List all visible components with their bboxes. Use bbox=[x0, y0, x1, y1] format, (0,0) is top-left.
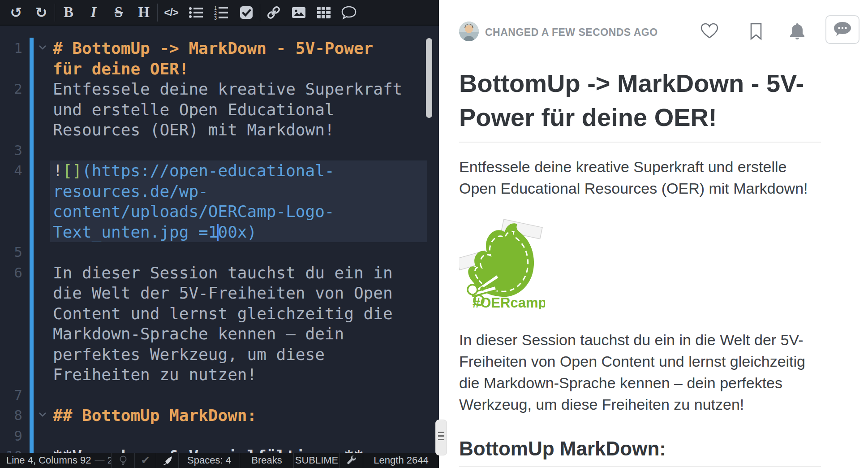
line-number: 7 bbox=[0, 385, 22, 406]
undo-button[interactable]: ↺ bbox=[4, 2, 29, 23]
editor-line-row: Text_unten.jpg =100x) bbox=[0, 222, 439, 243]
status-bar: Line 4, Columns 92 — 21 ✔ Spaces: 4 Brea… bbox=[0, 453, 439, 468]
editor-line-row: 2Entfessele deine kreative Superkraft bbox=[0, 79, 439, 100]
editor-line-row: resources.de/wp- bbox=[0, 181, 439, 202]
toolbar-separator bbox=[157, 4, 158, 22]
theme-brush-button[interactable] bbox=[156, 453, 179, 468]
table-button[interactable] bbox=[311, 2, 336, 23]
lightbulb-button[interactable] bbox=[112, 453, 135, 468]
image-button[interactable] bbox=[286, 2, 311, 23]
image-icon bbox=[291, 5, 306, 20]
preferences-wrench-button[interactable] bbox=[340, 453, 363, 468]
comments-button[interactable] bbox=[825, 15, 859, 44]
preview-pane: CHANGED A FEW SECONDS AGO bbox=[439, 0, 868, 468]
bold-button[interactable]: B bbox=[56, 2, 81, 23]
editor-line-row: Freiheiten zu nutzen! bbox=[0, 364, 439, 385]
doc-length: Length 2644 bbox=[363, 453, 439, 468]
pane-resize-grip[interactable] bbox=[435, 420, 447, 455]
code-text: **Verwahren & Vervielfältigen:** bbox=[53, 446, 364, 453]
fold-chevron-icon[interactable] bbox=[39, 412, 47, 417]
oercamp-logo-image: #OERcamp bbox=[459, 217, 545, 309]
toolbar-separator bbox=[260, 4, 260, 22]
line-number: 1 bbox=[0, 38, 22, 59]
preview-header: CHANGED A FEW SECONDS AGO bbox=[459, 18, 855, 49]
fold-chevron-icon[interactable] bbox=[39, 45, 47, 50]
code-text: Content und lernst gleichzeitig die bbox=[53, 303, 393, 324]
code-text: Entfessele deine kreative Superkraft bbox=[53, 79, 402, 100]
editor-line-row: 8## BottomUp MarkDown: bbox=[0, 405, 439, 426]
editor-line-row: 9 bbox=[0, 426, 439, 446]
editor-toolbar: ↺ ↻ B I S H </> 1 2 3 bbox=[0, 0, 439, 26]
code-text: Markdown-Sprache kennen – dein bbox=[53, 324, 344, 344]
check-list-icon bbox=[239, 5, 254, 20]
avatar-photo bbox=[459, 22, 479, 41]
line-number: 5 bbox=[0, 242, 22, 263]
editor-line-row: content/uploads/OERCamp-Logo- bbox=[0, 201, 439, 222]
ordered-list-button[interactable]: 1 2 3 bbox=[209, 2, 234, 23]
rendered-markdown: BottomUp -> MarkDown - 5V-Power für dein… bbox=[459, 53, 821, 467]
editor-line-row: 7 bbox=[0, 385, 439, 406]
line-number: 3 bbox=[0, 140, 22, 161]
intro-paragraph: Entfessele deine kreative Superkraft und… bbox=[459, 156, 821, 199]
code-text: In dieser Session tauchst du ein in bbox=[53, 263, 393, 283]
changed-timestamp: CHANGED A FEW SECONDS AGO bbox=[485, 26, 658, 39]
code-button[interactable]: </> bbox=[159, 2, 184, 23]
keymap-setting[interactable]: SUBLIME bbox=[294, 453, 340, 468]
divider bbox=[459, 142, 821, 143]
toolbar-separator bbox=[55, 4, 55, 22]
editor-line-row: perfektes Werkzeug, um diese bbox=[0, 344, 439, 365]
heading-button[interactable]: H bbox=[131, 2, 156, 23]
bell-icon bbox=[789, 22, 806, 40]
editor-scrollbar[interactable] bbox=[426, 38, 432, 118]
code-text: ![](https://open-educational- bbox=[53, 160, 335, 181]
editor-line-row: 6In dieser Session tauchst du ein in bbox=[0, 263, 439, 283]
code-text: content/uploads/OERCamp-Logo- bbox=[53, 201, 335, 222]
comment-button[interactable] bbox=[336, 2, 361, 23]
line-number: 10 bbox=[0, 446, 22, 453]
lightbulb-icon bbox=[118, 455, 128, 466]
doc-title: BottomUp -> MarkDown - 5V-Power für dein… bbox=[459, 66, 821, 134]
unordered-list-button[interactable] bbox=[184, 2, 209, 23]
bookmark-button[interactable] bbox=[749, 22, 763, 40]
code-text: resources.de/wp- bbox=[53, 181, 208, 202]
link-icon bbox=[266, 5, 281, 20]
italic-button[interactable]: I bbox=[81, 2, 106, 23]
notifications-button[interactable] bbox=[789, 22, 806, 40]
editor-pane: ↺ ↻ B I S H </> 1 2 3 bbox=[0, 0, 439, 468]
comment-bubble-icon bbox=[833, 21, 852, 39]
cursor-position: Line 4, Columns 92 — 21 bbox=[0, 453, 112, 468]
code-text: # BottomUp -> MarkDown - 5V-Power bbox=[53, 38, 373, 59]
check-list-button[interactable] bbox=[234, 2, 259, 23]
line-number: 6 bbox=[0, 263, 22, 283]
code-text: perfektes Werkzeug, um diese bbox=[53, 344, 325, 365]
strikethrough-button[interactable]: S bbox=[106, 2, 131, 23]
line-number: 4 bbox=[0, 160, 22, 181]
table-icon bbox=[316, 5, 331, 20]
editor-line-row: Resources (OER) mit Markdown! bbox=[0, 120, 439, 140]
code-text: die Welt der 5V-Freiheiten von Open bbox=[53, 283, 393, 303]
spaces-setting[interactable]: Spaces: 4 bbox=[179, 453, 240, 468]
author-avatar[interactable] bbox=[459, 22, 479, 41]
like-button[interactable] bbox=[700, 22, 719, 39]
code-text: Resources (OER) mit Markdown! bbox=[53, 120, 335, 140]
comment-icon bbox=[341, 5, 357, 20]
code-text: Freiheiten zu nutzen! bbox=[53, 364, 257, 385]
wrench-icon bbox=[346, 455, 357, 466]
code-editor[interactable]: 1# BottomUp -> MarkDown - 5V-Powerfür de… bbox=[0, 26, 439, 453]
editor-line-row: 10**Verwahren & Vervielfältigen:** bbox=[0, 446, 439, 453]
line-number: 2 bbox=[0, 79, 22, 100]
editor-line-row: die Welt der 5V-Freiheiten von Open bbox=[0, 283, 439, 303]
redo-button[interactable]: ↻ bbox=[29, 2, 54, 23]
session-paragraph: In dieser Session tauchst du ein in die … bbox=[459, 329, 821, 415]
link-button[interactable] bbox=[261, 2, 286, 23]
editor-line-row: 1# BottomUp -> MarkDown - 5V-Power bbox=[0, 38, 439, 59]
logo-caption: #OERcamp bbox=[473, 295, 545, 309]
editor-line-row: 5 bbox=[0, 242, 439, 263]
editor-line-row: und erstelle Open Educational bbox=[0, 100, 439, 120]
line-number: 9 bbox=[0, 426, 22, 446]
editor-rows: 1# BottomUp -> MarkDown - 5V-Powerfür de… bbox=[0, 38, 439, 453]
breaks-setting[interactable]: Breaks bbox=[240, 453, 294, 468]
spellcheck-button[interactable]: ✔ bbox=[135, 453, 156, 468]
editor-line-row: 4![](https://open-educational- bbox=[0, 160, 439, 181]
divider bbox=[459, 466, 821, 467]
